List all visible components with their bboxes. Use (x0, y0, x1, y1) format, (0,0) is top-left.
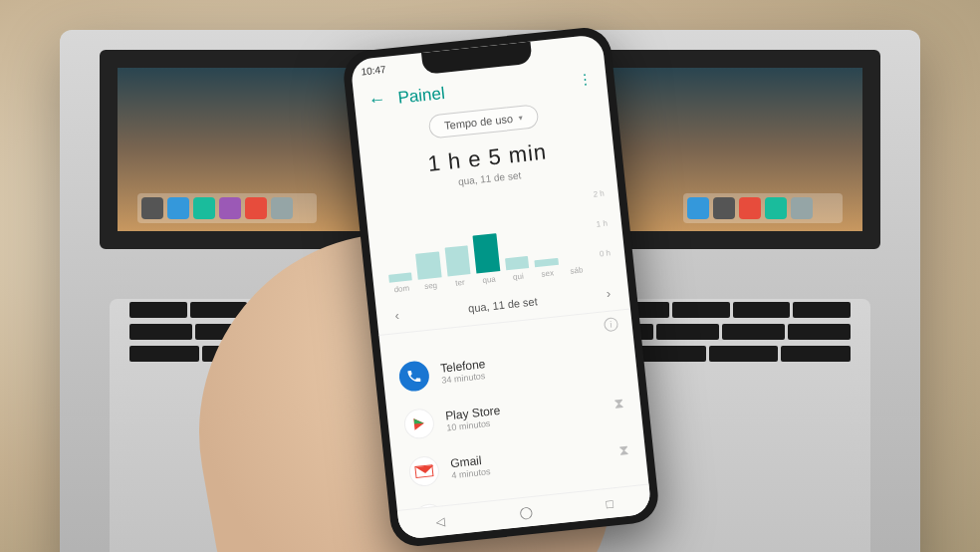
chart-bar[interactable]: qui (505, 256, 531, 282)
bar-label: ter (455, 278, 465, 288)
chevron-down-icon: ▾ (518, 113, 523, 122)
chart-bar[interactable]: qua (473, 233, 502, 285)
chart-bar[interactable]: sáb (564, 262, 589, 276)
nav-recent-button[interactable]: □ (606, 496, 614, 511)
usage-chart[interactable]: 2 h 1 h 0 h domsegterquaquisexsáb (381, 182, 611, 295)
filter-label: Tempo de uso (444, 113, 514, 132)
bar-label: sex (541, 268, 554, 278)
play-icon (402, 408, 435, 440)
next-day-button[interactable]: › (606, 286, 612, 301)
status-time: 10:47 (361, 63, 386, 77)
hourglass-icon[interactable]: ⧗ (618, 441, 630, 459)
axis-tick: 1 h (596, 219, 608, 229)
axis-tick: 0 h (599, 248, 611, 258)
chart-bar[interactable]: seg (415, 251, 442, 291)
hourglass-icon[interactable]: ⧗ (613, 394, 625, 412)
mac-dock-right (683, 193, 843, 223)
gmail-icon (407, 455, 440, 488)
app-info: Play Store10 minutos (445, 393, 605, 432)
bar-label: qua (482, 275, 496, 285)
phone-device: 10:47 ← Painel ⋮ Tempo de uso ▾ 1 h e 5 … (342, 25, 661, 548)
bar-label: dom (393, 284, 409, 295)
back-arrow-icon[interactable]: ← (368, 89, 387, 112)
nav-date-label: qua, 11 de set (468, 295, 539, 314)
app-info: Telefone34 minutos (439, 343, 620, 386)
bar-label: seg (424, 281, 438, 291)
page-title: Painel (397, 71, 568, 109)
overflow-menu-icon[interactable]: ⋮ (578, 70, 594, 87)
chart-bar[interactable]: ter (444, 245, 472, 288)
nav-home-button[interactable]: ◯ (518, 505, 532, 520)
phone-icon (397, 360, 430, 393)
mac-dock-left (137, 193, 317, 223)
app-info: Gmail4 minutos (450, 440, 610, 480)
chart-bar[interactable]: sex (535, 258, 560, 279)
nav-back-button[interactable]: ◁ (435, 514, 445, 529)
bar-label: sáb (570, 265, 584, 275)
phone-screen: 10:47 ← Painel ⋮ Tempo de uso ▾ 1 h e 5 … (350, 34, 651, 540)
chart-bar[interactable]: dom (388, 272, 413, 294)
bar-label: qui (513, 272, 525, 282)
prev-day-button[interactable]: ‹ (394, 308, 400, 323)
app-usage-list: Telefone34 minutosPlay Store10 minutos⧗G… (381, 329, 649, 510)
filter-dropdown[interactable]: Tempo de uso ▾ (428, 104, 539, 138)
axis-tick: 2 h (593, 189, 605, 199)
